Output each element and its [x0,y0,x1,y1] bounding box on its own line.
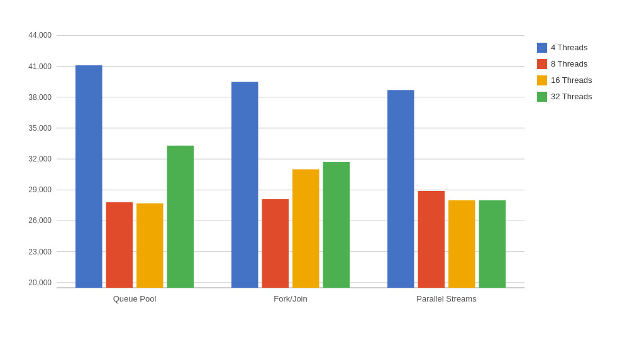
bar-8threads-0 [106,202,133,288]
bar-4threads-2 [387,90,414,288]
bar-8threads-2 [418,191,445,288]
bar-32threads-0 [167,146,194,288]
svg-text:32,000: 32,000 [28,155,52,163]
chart-container: 20,00023,00026,00029,00032,00035,00038,0… [0,0,644,338]
bar-8threads-1 [262,199,289,288]
x-label-2: Parallel Streams [416,294,477,303]
bar-chart: 20,00023,00026,00029,00032,00035,00038,0… [0,0,644,338]
legend-color-1 [537,59,547,69]
x-label-0: Queue Pool [113,294,157,303]
bar-32threads-1 [323,162,350,288]
legend-label-3: 32 Threads [551,92,592,101]
legend-label-2: 16 Threads [551,75,592,85]
svg-text:41,000: 41,000 [28,62,52,71]
bar-16threads-0 [136,204,164,288]
bar-16threads-1 [292,169,319,288]
legend-color-2 [537,75,547,85]
legend-color-0 [537,43,547,53]
svg-text:38,000: 38,000 [28,93,52,102]
svg-text:26,000: 26,000 [28,216,52,225]
x-label-1: Fork/Join [274,294,307,303]
svg-text:20,000: 20,000 [28,278,52,287]
legend-color-3 [537,92,547,102]
bar-4threads-1 [231,82,258,288]
svg-text:29,000: 29,000 [28,185,52,194]
bar-32threads-2 [479,200,506,288]
legend-label-0: 4 Threads [551,43,588,52]
svg-text:35,000: 35,000 [28,124,52,133]
svg-text:23,000: 23,000 [28,248,52,256]
bar-4threads-0 [75,65,103,288]
bar-16threads-2 [448,200,475,288]
svg-text:44,000: 44,000 [28,31,52,40]
legend-label-1: 8 Threads [551,59,588,68]
